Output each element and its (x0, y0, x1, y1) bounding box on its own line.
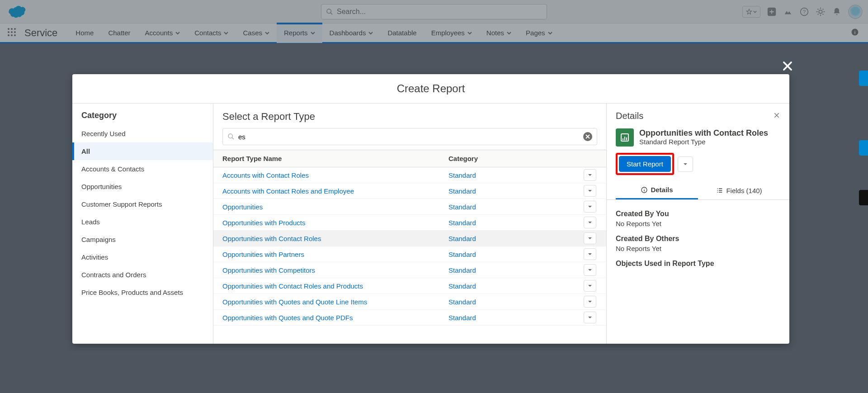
report-type-row[interactable]: OpportunitiesStandard (213, 199, 606, 215)
row-actions-button[interactable] (584, 217, 596, 228)
close-icon (773, 112, 780, 119)
info-icon: i (851, 28, 859, 36)
nav-info-icon[interactable]: i (851, 28, 859, 38)
nav-item-datatable[interactable]: Datatable (380, 23, 424, 43)
category-item[interactable]: Contracts and Orders (72, 266, 213, 284)
report-type-name[interactable]: Opportunities with Products (213, 215, 439, 230)
row-actions-button[interactable] (584, 185, 596, 197)
clear-search-button[interactable] (583, 132, 592, 141)
nav-item-reports[interactable]: Reports (277, 23, 322, 43)
info-icon (641, 186, 648, 194)
report-type-row[interactable]: Opportunities with Quotes and Quote PDFs… (213, 310, 606, 326)
report-type-row[interactable]: Opportunities with Quotes and Quote Line… (213, 294, 606, 310)
help-button[interactable]: ? (799, 7, 809, 17)
report-type-row[interactable]: Opportunities with Contact Roles and Pro… (213, 278, 606, 294)
col-header-category: Category (439, 150, 584, 167)
category-item[interactable]: Price Books, Products and Assets (72, 284, 213, 301)
report-type-row[interactable]: Opportunities with CompetitorsStandard (213, 262, 606, 278)
report-type-name[interactable]: Opportunities (213, 199, 439, 214)
row-actions-button[interactable] (584, 312, 596, 323)
report-type-name[interactable]: Opportunities with Contact Roles (213, 231, 439, 246)
category-header: Category (72, 104, 213, 125)
report-type-row[interactable]: Opportunities with Contact RolesStandard (213, 231, 606, 246)
row-actions-button[interactable] (584, 264, 596, 276)
global-search[interactable]: Search... (321, 4, 547, 19)
bell-icon (832, 7, 841, 17)
chevron-down-icon (588, 236, 592, 241)
gear-icon (816, 7, 826, 17)
report-type-row[interactable]: Opportunities with ProductsStandard (213, 215, 606, 231)
category-item[interactable]: Opportunities (72, 178, 213, 195)
close-details-button[interactable] (773, 112, 780, 121)
report-type-name[interactable]: Accounts with Contact Roles (213, 168, 439, 183)
row-actions-button[interactable] (584, 201, 596, 213)
row-actions-button[interactable] (584, 248, 596, 260)
row-actions-button[interactable] (584, 169, 596, 181)
row-actions-button[interactable] (584, 296, 596, 308)
report-type-category: Standard (439, 310, 584, 325)
row-actions-button[interactable] (584, 232, 596, 244)
close-dialog-button[interactable] (781, 60, 794, 74)
report-type-name[interactable]: Opportunities with Partners (213, 247, 439, 262)
category-item[interactable]: Customer Support Reports (72, 195, 213, 213)
nav-item-chatter[interactable]: Chatter (101, 23, 137, 43)
category-item[interactable]: Recently Used (72, 125, 213, 142)
chevron-down-icon (548, 29, 552, 37)
close-icon (585, 134, 590, 139)
report-type-name[interactable]: Opportunities with Competitors (213, 263, 439, 278)
add-button[interactable] (767, 7, 777, 17)
chevron-down-icon (588, 220, 592, 225)
start-report-menu[interactable] (678, 156, 693, 172)
report-type-name[interactable]: Opportunities with Quotes and Quote Line… (213, 294, 439, 309)
category-item[interactable]: Activities (72, 248, 213, 266)
trailhead-button[interactable] (783, 7, 793, 17)
report-type-name[interactable]: Opportunities with Quotes and Quote PDFs (213, 310, 439, 325)
nav-item-pages[interactable]: Pages (519, 23, 560, 43)
report-type-row[interactable]: Accounts with Contact Roles and Employee… (213, 183, 606, 199)
chevron-down-icon (588, 299, 592, 304)
report-type-name[interactable]: Opportunities with Contact Roles and Pro… (213, 279, 439, 294)
report-type-name[interactable]: Accounts with Contact Roles and Employee (213, 184, 439, 199)
grid-icon (7, 28, 16, 37)
nav-item-cases[interactable]: Cases (236, 23, 277, 43)
side-tab[interactable] (859, 140, 868, 156)
nav-item-home[interactable]: Home (68, 23, 101, 43)
created-by-you-header: Created By You (616, 210, 780, 218)
close-icon (781, 60, 794, 72)
report-type-category: Standard (439, 279, 584, 294)
category-item[interactable]: Accounts & Contacts (72, 160, 213, 178)
category-item[interactable]: Campaigns (72, 231, 213, 248)
row-actions-button[interactable] (584, 280, 596, 292)
nav-item-notes[interactable]: Notes (479, 23, 519, 43)
tab-fields[interactable]: Fields (140) (698, 181, 780, 199)
user-avatar[interactable] (848, 5, 863, 19)
notifications-button[interactable] (832, 7, 842, 17)
app-launcher[interactable] (7, 28, 16, 38)
nav-item-contacts[interactable]: Contacts (187, 23, 236, 43)
report-type-row[interactable]: Accounts with Contact RolesStandard (213, 167, 606, 183)
report-type-search (222, 128, 597, 145)
report-type-row[interactable]: Opportunities with PartnersStandard (213, 246, 606, 262)
search-icon (227, 133, 235, 140)
details-body[interactable]: Created By You No Reports Yet Created By… (607, 200, 789, 344)
start-report-button[interactable]: Start Report (619, 156, 671, 172)
nav-item-dashboards[interactable]: Dashboards (322, 23, 381, 43)
category-item[interactable]: All (72, 142, 213, 160)
favorites-button[interactable] (742, 6, 760, 18)
svg-point-14 (14, 34, 16, 36)
side-tab[interactable] (859, 190, 868, 205)
tab-details[interactable]: Details (616, 181, 698, 199)
trailhead-icon (783, 7, 793, 17)
setup-button[interactable] (816, 7, 826, 17)
salesforce-logo (7, 5, 28, 19)
category-item[interactable]: Leads (72, 213, 213, 231)
svg-point-7 (11, 28, 13, 30)
search-input[interactable] (235, 133, 592, 141)
report-type-category: Standard (439, 231, 584, 246)
chevron-down-icon (588, 204, 592, 209)
nav-item-accounts[interactable]: Accounts (138, 23, 188, 43)
report-type-table[interactable]: Report Type Name Category Accounts with … (213, 150, 606, 344)
side-tab[interactable] (859, 71, 868, 86)
category-list[interactable]: Recently UsedAllAccounts & ContactsOppor… (72, 125, 213, 344)
nav-item-employees[interactable]: Employees (424, 23, 479, 43)
